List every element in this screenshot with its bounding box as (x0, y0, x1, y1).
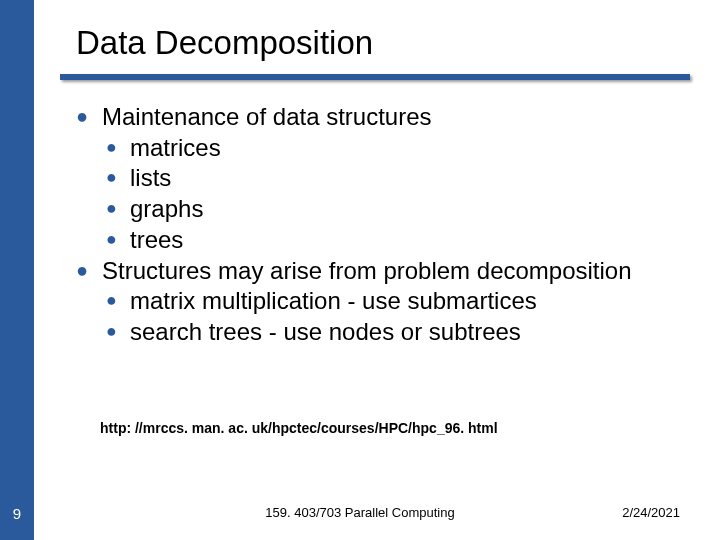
bullet-icon: ● (106, 163, 130, 194)
bullet-text: graphs (130, 194, 676, 225)
bullet-level2: ● matrices (76, 133, 676, 164)
bullet-text: lists (130, 163, 676, 194)
page-title: Data Decomposition (76, 24, 373, 62)
footer-date: 2/24/2021 (622, 505, 680, 520)
title-underline (60, 74, 690, 84)
bullet-level2: ● search trees - use nodes or subtrees (76, 317, 676, 348)
bullet-text: Maintenance of data structures (102, 102, 676, 133)
bullet-icon: ● (106, 225, 130, 256)
bullet-icon: ● (76, 256, 102, 287)
bullet-text: search trees - use nodes or subtrees (130, 317, 676, 348)
title-area: Data Decomposition (76, 24, 373, 62)
left-sidebar (0, 0, 34, 540)
bullet-level2: ● matrix multiplication - use submartice… (76, 286, 676, 317)
content-body: ● Maintenance of data structures ● matri… (76, 102, 676, 348)
footer: 9 159. 403/703 Parallel Computing 2/24/2… (0, 484, 720, 540)
bullet-icon: ● (106, 194, 130, 225)
bullet-text: matrices (130, 133, 676, 164)
bullet-text: matrix multiplication - use submartices (130, 286, 676, 317)
bullet-icon: ● (106, 286, 130, 317)
bullet-text: trees (130, 225, 676, 256)
footer-center-text: 159. 403/703 Parallel Computing (0, 505, 720, 520)
bullet-text: Structures may arise from problem decomp… (102, 256, 676, 287)
bullet-level2: ● lists (76, 163, 676, 194)
bullet-level2: ● graphs (76, 194, 676, 225)
bullet-level1: ● Structures may arise from problem deco… (76, 256, 676, 287)
bullet-icon: ● (106, 317, 130, 348)
bullet-icon: ● (106, 133, 130, 164)
bullet-icon: ● (76, 102, 102, 133)
bullet-level2: ● trees (76, 225, 676, 256)
source-url: http: //mrccs. man. ac. uk/hpctec/course… (100, 420, 498, 436)
title-underline-bar (60, 74, 690, 80)
bullet-level1: ● Maintenance of data structures (76, 102, 676, 133)
